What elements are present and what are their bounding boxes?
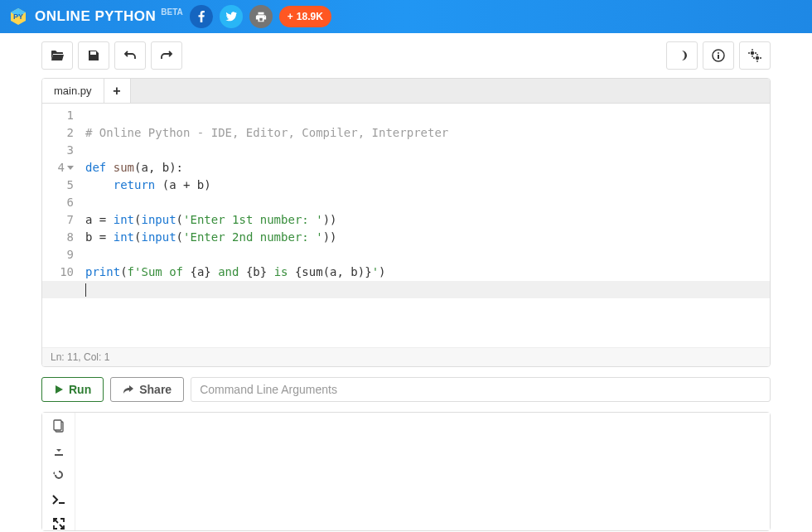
code-line[interactable] — [85, 246, 770, 264]
code-editor[interactable]: 1234567891011 # Online Python - IDE, Edi… — [42, 104, 770, 347]
svg-point-2 — [718, 52, 719, 54]
logo-icon: PY — [8, 7, 28, 27]
settings-button[interactable] — [739, 41, 771, 70]
info-button[interactable] — [703, 41, 734, 70]
app-header: PY ONLINE PYTHON BETA + 18.9K — [0, 0, 812, 33]
line-number: 8 — [42, 229, 74, 246]
code-line[interactable] — [85, 107, 770, 124]
like-count: 18.9K — [297, 11, 323, 22]
download-button[interactable] — [51, 444, 67, 457]
svg-rect-3 — [718, 55, 719, 59]
toolbar — [0, 33, 812, 78]
fullscreen-button[interactable] — [51, 518, 67, 531]
code-line[interactable] — [85, 194, 770, 211]
code-line[interactable]: print(f'Sum of {a} and {b} is {sum(a, b)… — [85, 264, 770, 281]
code-line[interactable]: # Online Python - IDE, Editor, Compiler,… — [85, 124, 770, 142]
line-gutter: 1234567891011 — [42, 104, 80, 347]
line-number: 2 — [42, 124, 74, 142]
line-number: 9 — [42, 246, 74, 264]
console-panel — [41, 412, 771, 531]
run-label: Run — [69, 383, 91, 396]
brand-title: ONLINE PYTHON — [35, 8, 156, 25]
svg-point-5 — [756, 56, 759, 60]
console-output[interactable] — [75, 413, 770, 530]
run-bar: Run Share — [41, 377, 771, 402]
editor-panel: main.py + 1234567891011 # Online Python … — [41, 78, 771, 367]
facebook-button[interactable] — [190, 5, 213, 28]
line-number: 10 — [42, 264, 74, 281]
add-tab-button[interactable]: + — [104, 79, 131, 103]
toolbar-left — [41, 41, 182, 70]
line-number: 7 — [42, 211, 74, 229]
share-label: Share — [139, 383, 172, 396]
code-line[interactable]: return (a + b) — [85, 177, 770, 194]
plus-icon: + — [288, 11, 293, 22]
clear-button[interactable] — [51, 469, 67, 482]
code-line[interactable]: def sum(a, b): — [85, 159, 770, 177]
like-button[interactable]: + 18.9K — [279, 6, 331, 27]
code-line[interactable]: b = int(input('Enter 2nd number: ')) — [85, 229, 770, 246]
line-number: 4 — [42, 159, 74, 177]
code-line[interactable] — [85, 142, 770, 159]
share-icon — [123, 384, 134, 394]
tab-main[interactable]: main.py — [42, 79, 104, 103]
code-area[interactable]: # Online Python - IDE, Editor, Compiler,… — [80, 104, 770, 347]
save-button[interactable] — [78, 41, 109, 70]
beta-badge: BETA — [161, 7, 182, 17]
toolbar-right — [666, 41, 771, 70]
line-number: 3 — [42, 142, 74, 159]
open-file-button[interactable] — [41, 41, 73, 70]
svg-text:PY: PY — [13, 12, 23, 21]
redo-button[interactable] — [151, 41, 182, 70]
console-toolbar — [42, 413, 75, 530]
code-line[interactable] — [42, 281, 770, 298]
print-button[interactable] — [249, 5, 273, 28]
line-number: 6 — [42, 194, 74, 211]
dark-mode-button[interactable] — [666, 41, 698, 70]
undo-button[interactable] — [114, 41, 146, 70]
tab-bar: main.py + — [42, 79, 770, 104]
code-line[interactable]: a = int(input('Enter 1st number: ')) — [85, 211, 770, 229]
svg-rect-7 — [54, 420, 61, 430]
copy-output-button[interactable] — [51, 419, 67, 433]
play-icon — [54, 384, 64, 394]
svg-point-4 — [751, 51, 754, 55]
twitter-button[interactable] — [220, 5, 243, 28]
line-number: 5 — [42, 177, 74, 194]
cmd-args-input[interactable] — [191, 377, 771, 402]
cursor-position: Ln: 11, Col: 1 — [51, 351, 109, 363]
status-bar: Ln: 11, Col: 1 — [42, 347, 770, 366]
run-button[interactable]: Run — [41, 377, 104, 402]
share-button[interactable]: Share — [110, 377, 184, 402]
terminal-button[interactable] — [51, 493, 67, 506]
line-number: 1 — [42, 107, 74, 124]
